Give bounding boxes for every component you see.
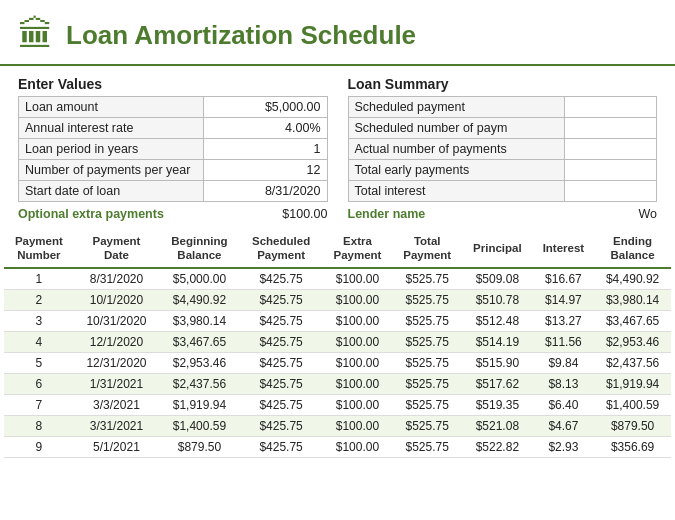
amort-cell-4: $100.00 xyxy=(323,268,393,290)
summary-label: Actual number of payments xyxy=(348,139,565,160)
amort-cell-2: $5,000.00 xyxy=(159,268,239,290)
amort-cell-4: $100.00 xyxy=(323,415,393,436)
summary-row: Total early payments xyxy=(348,160,657,181)
amort-cell-0: 3 xyxy=(4,310,74,331)
enter-values-row: Loan period in years1 xyxy=(19,139,328,160)
summary-label: Scheduled number of paym xyxy=(348,118,565,139)
lender-value: Wo xyxy=(638,207,657,221)
amort-cell-6: $510.78 xyxy=(462,289,533,310)
amort-cell-5: $525.75 xyxy=(392,331,462,352)
summary-row: Scheduled payment xyxy=(348,97,657,118)
amort-cell-0: 6 xyxy=(4,373,74,394)
summary-label: Total interest xyxy=(348,181,565,202)
amort-cell-2: $3,467.65 xyxy=(159,331,239,352)
summary-value xyxy=(565,97,657,118)
amort-cell-0: 2 xyxy=(4,289,74,310)
amort-cell-7: $4.67 xyxy=(533,415,594,436)
amort-cell-1: 1/31/2021 xyxy=(74,373,159,394)
amort-cell-5: $525.75 xyxy=(392,373,462,394)
enter-values-title: Enter Values xyxy=(18,76,328,92)
ev-label: Start date of loan xyxy=(19,181,204,202)
amort-cell-3: $425.75 xyxy=(240,331,323,352)
amort-cell-2: $1,919.94 xyxy=(159,394,239,415)
amort-row: 95/1/2021$879.50$425.75$100.00$525.75$52… xyxy=(4,436,671,457)
amort-cell-5: $525.75 xyxy=(392,394,462,415)
amort-cell-4: $100.00 xyxy=(323,331,393,352)
amort-header-3: ScheduledPayment xyxy=(240,231,323,268)
amort-cell-5: $525.75 xyxy=(392,352,462,373)
amort-cell-1: 3/31/2021 xyxy=(74,415,159,436)
amortization-table: PaymentNumberPaymentDateBeginningBalance… xyxy=(4,231,671,458)
summary-value xyxy=(565,181,657,202)
amort-cell-3: $425.75 xyxy=(240,289,323,310)
amort-cell-6: $509.08 xyxy=(462,268,533,290)
amort-cell-8: $3,980.14 xyxy=(594,289,671,310)
amort-cell-4: $100.00 xyxy=(323,289,393,310)
amort-cell-0: 7 xyxy=(4,394,74,415)
enter-values-row: Start date of loan8/31/2020 xyxy=(19,181,328,202)
amort-row: 210/1/2020$4,490.92$425.75$100.00$525.75… xyxy=(4,289,671,310)
amort-cell-8: $2,953.46 xyxy=(594,331,671,352)
amort-cell-2: $2,437.56 xyxy=(159,373,239,394)
enter-values-row: Loan amount$5,000.00 xyxy=(19,97,328,118)
amort-cell-2: $879.50 xyxy=(159,436,239,457)
amort-cell-6: $521.08 xyxy=(462,415,533,436)
amort-cell-6: $522.82 xyxy=(462,436,533,457)
amort-cell-1: 5/1/2021 xyxy=(74,436,159,457)
amort-cell-3: $425.75 xyxy=(240,415,323,436)
amort-cell-8: $1,919.94 xyxy=(594,373,671,394)
amort-cell-6: $517.62 xyxy=(462,373,533,394)
amort-cell-7: $8.13 xyxy=(533,373,594,394)
summary-value xyxy=(565,160,657,181)
optional-value: $100.00 xyxy=(282,207,327,221)
amort-cell-5: $525.75 xyxy=(392,289,462,310)
amort-cell-3: $425.75 xyxy=(240,310,323,331)
amort-cell-3: $425.75 xyxy=(240,352,323,373)
summary-row: Scheduled number of paym xyxy=(348,118,657,139)
ev-value: $5,000.00 xyxy=(204,97,327,118)
amort-cell-4: $100.00 xyxy=(323,352,393,373)
amort-cell-8: $4,490.92 xyxy=(594,268,671,290)
enter-values-panel: Enter Values Loan amount$5,000.00Annual … xyxy=(18,76,328,223)
ev-value: 8/31/2020 xyxy=(204,181,327,202)
lender-label: Lender name xyxy=(348,207,426,221)
amort-cell-3: $425.75 xyxy=(240,373,323,394)
amort-cell-5: $525.75 xyxy=(392,310,462,331)
amort-header-2: BeginningBalance xyxy=(159,231,239,268)
amort-row: 83/31/2021$1,400.59$425.75$100.00$525.75… xyxy=(4,415,671,436)
amort-cell-8: $356.69 xyxy=(594,436,671,457)
amort-row: 512/31/2020$2,953.46$425.75$100.00$525.7… xyxy=(4,352,671,373)
amort-cell-7: $16.67 xyxy=(533,268,594,290)
ev-label: Loan amount xyxy=(19,97,204,118)
amort-row: 73/3/2021$1,919.94$425.75$100.00$525.75$… xyxy=(4,394,671,415)
amort-cell-5: $525.75 xyxy=(392,415,462,436)
optional-label: Optional extra payments xyxy=(18,207,164,221)
loan-summary-panel: Loan Summary Scheduled paymentScheduled … xyxy=(348,76,658,223)
loan-summary-table: Scheduled paymentScheduled number of pay… xyxy=(348,96,658,202)
amort-cell-7: $11.56 xyxy=(533,331,594,352)
summary-value xyxy=(565,139,657,160)
enter-values-row: Annual interest rate4.00% xyxy=(19,118,328,139)
amort-row: 310/31/2020$3,980.14$425.75$100.00$525.7… xyxy=(4,310,671,331)
ev-value: 12 xyxy=(204,160,327,181)
summary-value xyxy=(565,118,657,139)
amort-cell-8: $1,400.59 xyxy=(594,394,671,415)
amort-cell-0: 8 xyxy=(4,415,74,436)
amort-cell-7: $6.40 xyxy=(533,394,594,415)
amort-header-1: PaymentDate xyxy=(74,231,159,268)
amort-cell-1: 12/31/2020 xyxy=(74,352,159,373)
loan-summary-title: Loan Summary xyxy=(348,76,658,92)
amort-cell-7: $9.84 xyxy=(533,352,594,373)
amort-cell-8: $879.50 xyxy=(594,415,671,436)
amort-cell-8: $3,467.65 xyxy=(594,310,671,331)
amortization-section: PaymentNumberPaymentDateBeginningBalance… xyxy=(0,223,675,458)
ev-label: Loan period in years xyxy=(19,139,204,160)
summary-row: Actual number of payments xyxy=(348,139,657,160)
amort-cell-5: $525.75 xyxy=(392,268,462,290)
amort-cell-3: $425.75 xyxy=(240,268,323,290)
amort-header-6: Principal xyxy=(462,231,533,268)
info-panels: Enter Values Loan amount$5,000.00Annual … xyxy=(0,66,675,223)
amort-cell-2: $2,953.46 xyxy=(159,352,239,373)
page-title: Loan Amortization Schedule xyxy=(66,20,416,51)
amort-cell-1: 12/1/2020 xyxy=(74,331,159,352)
